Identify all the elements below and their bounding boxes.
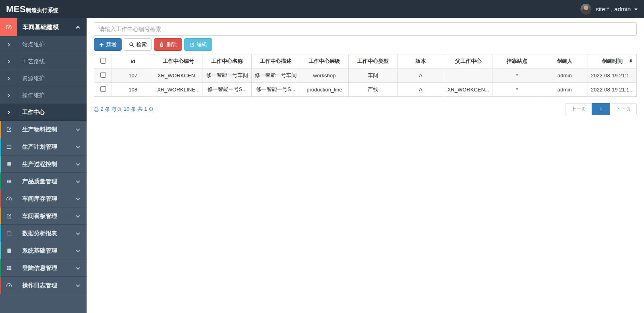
col-header-code[interactable]: 工作中心编号 — [154, 54, 203, 68]
avatar[interactable] — [580, 3, 592, 15]
sidebar-item-label: 数据分析报表 — [17, 225, 57, 242]
table-row[interactable]: 107 XR_WORKCEN... 修一智能一号车间 修一智能一号车间 work… — [94, 68, 637, 83]
sidebar-item-production-material-control[interactable]: 生产物料控制 — [0, 121, 87, 138]
sidebar: 车间基础建模 站点维护 工艺路线 资源维护 操作维护 工作中心 — [0, 18, 87, 313]
caret-down-icon — [634, 8, 638, 10]
sidebar-item-process-route[interactable]: 工艺路线 — [0, 53, 87, 70]
sidebar-item-label: 生产过程控制 — [17, 155, 57, 172]
next-page-button[interactable]: 下一页 — [610, 103, 637, 115]
col-header-type[interactable]: 工作中心类型 — [349, 54, 398, 68]
sidebar-item-label: 车间基础建模 — [23, 23, 59, 31]
add-button[interactable]: 新增 — [94, 38, 122, 51]
col-header-id[interactable]: id — [112, 54, 154, 68]
sidebar-item-production-process-control[interactable]: 生产过程控制 — [0, 155, 87, 173]
sidebar-item-product-quality-management[interactable]: 产品质量管理 — [0, 173, 87, 190]
sidebar-item-label: 操作日志管理 — [17, 277, 57, 294]
col-header-name[interactable]: 工作中心名称 — [203, 54, 251, 68]
sidebar-item-system-base-management[interactable]: 系统基础管理 — [0, 242, 87, 259]
select-all-cell — [94, 54, 112, 68]
app-logo: MES制造执行系统 — [0, 4, 58, 15]
sidebar-item-label: 资源维护 — [17, 70, 45, 87]
plus-icon — [99, 42, 104, 47]
sidebar-item-label: 生产计划管理 — [17, 138, 57, 155]
edit-icon — [189, 42, 195, 47]
chevron-up-icon — [76, 26, 80, 30]
col-header-level[interactable]: 工作中心层级 — [300, 54, 349, 68]
sidebar-item-label: 站点维护 — [17, 36, 45, 53]
sidebar-item-station-maintenance[interactable]: 站点维护 — [0, 36, 87, 53]
search-icon — [129, 42, 134, 47]
pagination: 上一页 1 下一页 — [565, 103, 637, 115]
sidebar-item-workshop-base-modeling[interactable]: 车间基础建模 — [0, 18, 87, 36]
delete-button[interactable]: 删除 — [154, 38, 182, 51]
table-footer: 总 2 条 每页 10 条 共 1 页 上一页 1 下一页 — [94, 103, 637, 115]
pencil-square-icon — [1, 207, 17, 224]
sidebar-item-label: 车间库存管理 — [17, 190, 57, 207]
prev-page-button[interactable]: 上一页 — [565, 103, 592, 115]
pagination-summary: 总 2 条 每页 10 条 共 1 页 — [94, 106, 154, 113]
sidebar-item-data-analysis-report[interactable]: 数据分析报表 — [0, 225, 87, 242]
pencil-square-icon — [1, 121, 17, 138]
edit-button[interactable]: 编辑 — [184, 38, 212, 51]
search-button[interactable]: 检索 — [124, 38, 152, 51]
chevron-down-icon — [76, 214, 80, 218]
columns-icon — [1, 138, 17, 155]
sidebar-item-label: 工艺路线 — [17, 53, 45, 70]
work-center-table: id 工作中心编号 工作中心名称 工作中心描述 工作中心层级 工作中心类型 版本… — [94, 54, 637, 97]
chevron-right-icon — [7, 77, 10, 80]
col-header-parent[interactable]: 父工作中心 — [444, 54, 493, 68]
gauge-icon — [1, 277, 17, 294]
table-header-row: id 工作中心编号 工作中心名称 工作中心描述 工作中心层级 工作中心类型 版本… — [94, 54, 637, 68]
col-header-station[interactable]: 挂靠站点 — [493, 54, 541, 68]
book-icon — [1, 155, 17, 172]
user-menu[interactable]: site:* , admin — [580, 3, 644, 15]
sidebar-item-resource-maintenance[interactable]: 资源维护 — [0, 70, 87, 87]
sidebar-item-production-plan-management[interactable]: 生产计划管理 — [0, 138, 87, 155]
sidebar-item-label: 生产物料控制 — [17, 121, 57, 138]
book-icon — [1, 242, 17, 259]
sidebar-item-label: 操作维护 — [17, 87, 45, 104]
search-input[interactable] — [94, 22, 637, 36]
th-list-icon — [1, 173, 17, 190]
col-header-version[interactable]: 版本 — [397, 54, 444, 68]
chevron-down-icon — [76, 248, 80, 252]
th-list-icon — [1, 259, 17, 276]
chevron-right-icon — [7, 43, 10, 46]
col-header-created-time[interactable]: 创建时间 — [588, 54, 637, 68]
chevron-down-icon — [76, 283, 80, 287]
chevron-down-icon — [76, 144, 80, 148]
sidebar-item-label: 工作中心 — [17, 104, 45, 120]
chevron-down-icon — [76, 127, 80, 131]
toolbar: 新增 检索 删除 编辑 — [94, 38, 637, 51]
page-1-button[interactable]: 1 — [592, 103, 610, 115]
select-all-checkbox[interactable] — [100, 58, 106, 64]
sidebar-item-work-center[interactable]: 工作中心 — [0, 104, 87, 121]
sidebar-item-workshop-inventory-management[interactable]: 车间库存管理 — [0, 190, 87, 207]
chevron-right-icon — [7, 93, 10, 97]
sidebar-item-label: 登陆信息管理 — [17, 259, 57, 276]
workshop-base-modeling-submenu: 站点维护 工艺路线 资源维护 操作维护 工作中心 — [0, 36, 87, 121]
row-checkbox[interactable] — [100, 72, 106, 78]
row-checkbox[interactable] — [100, 86, 106, 92]
col-header-creator[interactable]: 创建人 — [541, 54, 588, 68]
columns-icon — [1, 225, 17, 242]
brand-rest: 制造执行系统 — [26, 7, 58, 14]
sidebar-item-label: 系统基础管理 — [17, 242, 57, 259]
sidebar-item-workshop-kanban-management[interactable]: 车间看板管理 — [0, 207, 87, 225]
trash-icon — [159, 42, 164, 47]
col-header-description[interactable]: 工作中心描述 — [251, 54, 300, 68]
chevron-right-icon — [7, 60, 10, 63]
gauge-icon — [0, 18, 17, 36]
sidebar-item-operation-log-management[interactable]: 操作日志管理 — [0, 277, 87, 294]
pin-icon[interactable] — [629, 59, 633, 64]
sidebar-item-label: 车间看板管理 — [17, 207, 57, 224]
chevron-down-icon — [76, 231, 80, 235]
chevron-down-icon — [76, 179, 80, 183]
top-navbar: MES制造执行系统 site:* , admin — [0, 0, 644, 18]
sidebar-item-label: 产品质量管理 — [17, 173, 57, 190]
sidebar-item-login-info-management[interactable]: 登陆信息管理 — [0, 259, 87, 277]
chevron-right-icon — [7, 110, 10, 114]
user-label: site:* , admin — [596, 6, 631, 12]
sidebar-item-operation-maintenance[interactable]: 操作维护 — [0, 87, 87, 104]
table-row[interactable]: 108 XR_WORKLINE... 修一智能一号S... 修一智能一号S...… — [94, 83, 637, 97]
